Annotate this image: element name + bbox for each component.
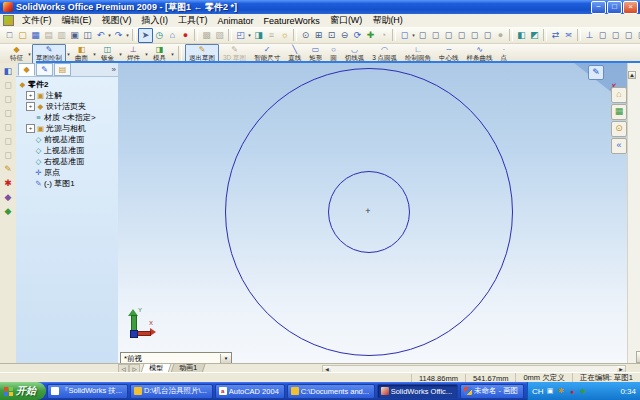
start-button[interactable]: 开始 xyxy=(0,382,46,400)
mold-dropdown-icon[interactable]: ▾ xyxy=(170,51,175,57)
sw-resources-icon[interactable]: ⌂ xyxy=(611,87,627,103)
view-cube-icon[interactable]: ◻ xyxy=(622,29,635,42)
assembly-icon[interactable]: ◆ xyxy=(2,205,15,218)
features-group-button[interactable]: ◆ 特征 xyxy=(6,44,27,63)
expand-icon[interactable]: + xyxy=(26,91,35,100)
undo-icon[interactable]: ↶ xyxy=(94,29,107,42)
sketch-snap-icon[interactable]: ≍ xyxy=(562,29,575,42)
taskbar-task-documents-folder[interactable]: C:\Documents and... xyxy=(287,384,375,399)
print-icon[interactable]: ▣ xyxy=(68,29,81,42)
file-explorer-icon[interactable]: ⊙ xyxy=(611,121,627,137)
new-icon[interactable]: □ xyxy=(3,29,16,42)
printer-tray-icon[interactable]: ▣ xyxy=(546,387,555,395)
zoom-window-icon[interactable]: ⊞ xyxy=(312,29,325,42)
taskbar-task-folder-photos[interactable]: D:\机台治具照片\... xyxy=(130,384,213,399)
task-scheduler-icon[interactable]: ◷ xyxy=(153,29,166,42)
menu-insert[interactable]: 插入(I) xyxy=(137,14,174,27)
menu-help[interactable]: 帮助(H) xyxy=(367,14,408,27)
right-view-icon[interactable]: ◻ xyxy=(455,29,468,42)
screen-capture-icon[interactable]: ◰ xyxy=(234,29,247,42)
tree-item-origin[interactable]: ✛ 原点 xyxy=(25,167,118,178)
view-cube-icon[interactable]: ◻ xyxy=(596,29,609,42)
taskbar-task-solidworks-doc[interactable]: 『SolidWorks 技... xyxy=(47,384,128,399)
input-method-indicator[interactable]: CH xyxy=(532,387,544,396)
normal-to-icon[interactable]: ⊥ xyxy=(583,29,596,42)
pan-icon[interactable]: ✚ xyxy=(364,29,377,42)
collapse-pane-icon[interactable]: « xyxy=(611,138,627,154)
close-button[interactable]: × xyxy=(623,1,638,14)
left-view-icon[interactable]: ◻ xyxy=(442,29,455,42)
propertymanager-tab-icon[interactable]: ✎ xyxy=(36,63,53,76)
top-view-icon[interactable]: ◻ xyxy=(468,29,481,42)
tray-icon[interactable]: ● xyxy=(568,388,577,395)
taskbar-task-paint[interactable]: 未命名 - 画图 xyxy=(460,384,524,399)
wireframe-view-icon[interactable]: ◩ xyxy=(528,29,541,42)
zoom-area-icon[interactable]: ⊡ xyxy=(325,29,338,42)
document-menu-icon[interactable] xyxy=(3,15,14,26)
appearance-icon[interactable]: ✱ xyxy=(2,177,15,190)
menu-featureworks[interactable]: FeatureWorks xyxy=(259,16,325,26)
open-icon[interactable]: ▢ xyxy=(16,29,29,42)
tree-item-right-plane[interactable]: ◇ 右视基准面 xyxy=(25,156,118,167)
expand-icon[interactable]: + xyxy=(26,102,35,111)
print-preview-icon[interactable]: ◫ xyxy=(81,29,94,42)
tree-item-sketch1[interactable]: ✎ (-) 草图1 xyxy=(25,178,118,189)
menu-animator[interactable]: Animator xyxy=(213,16,259,26)
view-orientation-icon[interactable]: ◻ xyxy=(398,29,411,42)
tree-item-top-plane[interactable]: ◇ 上视基准面 xyxy=(25,145,118,156)
menu-window[interactable]: 窗口(W) xyxy=(325,14,368,27)
align-grid-icon[interactable]: ⇄ xyxy=(549,29,562,42)
redo-dropdown-icon[interactable]: ▾ xyxy=(125,32,130,38)
web-toolbar-icon[interactable]: ⌂ xyxy=(166,29,179,42)
view-cube-icon[interactable]: ◻ xyxy=(635,29,640,42)
select-icon[interactable]: ➤ xyxy=(138,28,153,43)
redo-icon[interactable]: ↷ xyxy=(112,29,125,42)
graphics-viewport[interactable]: + Y X ✎ ✗ xyxy=(118,63,628,363)
minimize-button[interactable]: − xyxy=(591,1,606,14)
tray-icon[interactable]: ✱ xyxy=(557,387,566,395)
spline-label: 样条曲线 xyxy=(467,54,493,61)
panel-expand-icon[interactable]: » xyxy=(112,65,116,74)
featuremanager-tab-icon[interactable]: ◆ xyxy=(18,63,35,76)
confirm-sketch-icon[interactable]: ✎ xyxy=(588,65,604,80)
tree-item-annotations[interactable]: + ▣ 注解 xyxy=(25,90,118,101)
tree-item-label: 注解 xyxy=(46,90,62,101)
back-view-icon[interactable]: ◻ xyxy=(429,29,442,42)
menu-edit[interactable]: 编辑(E) xyxy=(57,14,97,27)
scroll-up-icon[interactable]: ▲ xyxy=(628,71,636,79)
configurationmanager-tab-icon[interactable]: ▤ xyxy=(54,63,71,76)
vertical-scrollbar[interactable]: ▲ ▼ xyxy=(627,63,640,363)
tree-item-lights-cameras[interactable]: + ▣ 光源与相机 xyxy=(25,123,118,134)
collaborate-icon[interactable]: ● xyxy=(179,29,192,42)
maximize-button[interactable]: □ xyxy=(607,1,622,14)
tree-item-material[interactable]: ≡ 材质 <未指定> xyxy=(25,112,118,123)
save-icon[interactable]: ▦ xyxy=(29,29,42,42)
tray-icon[interactable]: ◆ xyxy=(579,387,588,395)
help-icon[interactable]: ☼ xyxy=(278,29,291,42)
tangent-arc-icon: ◡ xyxy=(351,46,358,54)
combo-dropdown-icon[interactable]: ▾ xyxy=(220,354,231,363)
isometric-view-icon[interactable]: ◻ xyxy=(481,29,494,42)
tree-item-front-plane[interactable]: ◇ 前视基准面 xyxy=(25,134,118,145)
mate-icon[interactable]: ◆ xyxy=(2,191,15,204)
expand-icon[interactable]: + xyxy=(26,124,35,133)
shaded-view-icon[interactable]: ◧ xyxy=(515,29,528,42)
zoom-fit-icon[interactable]: ⊙ xyxy=(299,29,312,42)
tree-item-design-binder[interactable]: + ◆ 设计活页夹 xyxy=(25,101,118,112)
refresh-view-icon[interactable]: ⟳ xyxy=(351,29,364,42)
front-view-icon[interactable]: ◻ xyxy=(416,29,429,42)
shaded-cube-icon[interactable]: ◧ xyxy=(2,65,15,78)
tree-root-part[interactable]: ◆ 零件2 xyxy=(18,79,118,90)
menu-view[interactable]: 视图(V) xyxy=(97,14,137,27)
display-settings-icon[interactable]: ◨ xyxy=(252,29,265,42)
zoom-out-icon[interactable]: ⊖ xyxy=(338,29,351,42)
menu-tools[interactable]: 工具(T) xyxy=(173,14,213,27)
scroll-down-icon[interactable]: ▼ xyxy=(636,351,640,363)
edit-sketch-icon[interactable]: ✎ xyxy=(2,163,15,176)
sketch-center-point[interactable]: + xyxy=(362,205,374,217)
taskbar-task-solidworks[interactable]: SolidWorks Offic... xyxy=(377,384,458,399)
taskbar-task-autocad[interactable]: a AutoCAD 2004 xyxy=(215,384,285,399)
menu-file[interactable]: 文件(F) xyxy=(17,14,57,27)
view-cube-icon[interactable]: ◻ xyxy=(609,29,622,42)
design-library-icon[interactable]: ▦ xyxy=(611,104,627,120)
